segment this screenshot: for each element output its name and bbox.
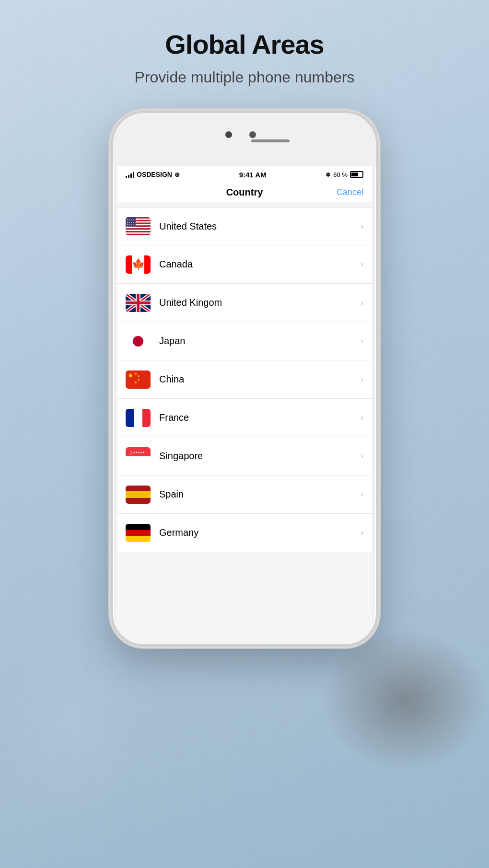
screen: OSDESIGN ⊛ 9:41 AM ✱ 60 % Country [117, 166, 372, 644]
status-bar: OSDESIGN ⊛ 9:41 AM ✱ 60 % [117, 166, 372, 183]
front-camera-icon [225, 131, 232, 138]
phone-top [113, 113, 376, 166]
svg-point-33 [133, 336, 143, 347]
chevron-right-icon: › [361, 298, 363, 308]
status-left: OSDESIGN ⊛ [126, 171, 180, 178]
battery-percent-label: 60 % [333, 171, 348, 178]
svg-rect-21 [144, 255, 151, 274]
chevron-right-icon: › [361, 259, 363, 269]
flag-sg-icon: ☽ ★★★★★ [126, 447, 151, 465]
flag-ca-icon: 🍁 [126, 255, 151, 274]
country-list: ★★★★★★ ★★★★★ ★★★★★★ ★★★★★ United States … [117, 202, 372, 644]
svg-text:★: ★ [137, 378, 140, 382]
country-name: Japan [159, 336, 361, 347]
chevron-right-icon: › [361, 413, 363, 423]
country-name: France [159, 412, 361, 423]
svg-rect-49 [126, 490, 151, 491]
list-item[interactable]: Germany › [117, 514, 372, 552]
country-name: United States [159, 221, 361, 232]
svg-rect-53 [126, 524, 151, 530]
svg-rect-13 [126, 234, 151, 235]
svg-rect-42 [126, 409, 134, 427]
wifi-icon: ⊛ [175, 171, 180, 178]
flag-cn-icon: ★ ★ ★ ★ ★ [126, 370, 151, 389]
chevron-right-icon: › [361, 336, 363, 346]
flag-fr-icon [126, 409, 151, 427]
svg-text:🍁: 🍁 [132, 258, 145, 271]
flag-jp-icon [126, 332, 151, 350]
country-name: Germany [159, 527, 361, 538]
country-name: Canada [159, 259, 361, 270]
country-name: Singapore [159, 451, 361, 462]
flag-es-icon [126, 486, 151, 504]
svg-text:☽: ☽ [128, 450, 133, 456]
svg-text:★★★★★: ★★★★★ [133, 451, 145, 454]
list-item[interactable]: Spain › [117, 475, 372, 514]
battery-icon [350, 171, 363, 178]
page-subtitle: Provide multiple phone numbers [135, 69, 355, 86]
svg-text:★: ★ [137, 374, 140, 378]
chevron-right-icon: › [361, 221, 363, 231]
list-item[interactable]: France › [117, 399, 372, 437]
list-item[interactable]: Japan › [117, 322, 372, 360]
chevron-right-icon: › [361, 374, 363, 384]
list-item[interactable]: United Kingom › [117, 284, 372, 322]
phone-mockup: OSDESIGN ⊛ 9:41 AM ✱ 60 % Country [110, 110, 379, 647]
speaker-icon [251, 139, 290, 142]
country-name: United Kingom [159, 297, 361, 308]
svg-rect-20 [126, 255, 132, 274]
nav-title: Country [226, 187, 263, 198]
bluetooth-icon: ✱ [326, 171, 331, 178]
svg-rect-10 [126, 230, 151, 231]
flag-de-icon [126, 524, 151, 542]
list-item[interactable]: ★ ★ ★ ★ ★ China › [117, 360, 372, 399]
list-item[interactable]: ★★★★★★ ★★★★★ ★★★★★★ ★★★★★ United States … [117, 207, 372, 245]
chevron-right-icon: › [361, 528, 363, 538]
page-title: Global Areas [165, 29, 324, 60]
chevron-right-icon: › [361, 489, 363, 499]
svg-rect-12 [126, 232, 151, 234]
svg-text:★: ★ [128, 371, 134, 379]
svg-rect-50 [126, 498, 151, 499]
country-name: Spain [159, 489, 361, 500]
carrier-label: OSDESIGN [137, 171, 172, 178]
country-name: China [159, 374, 361, 385]
svg-rect-31 [126, 301, 151, 304]
svg-rect-11 [126, 231, 151, 232]
list-item[interactable]: 🍁 Canada › [117, 245, 372, 284]
list-item[interactable]: ☽ ★★★★★ Singapore › [117, 437, 372, 475]
svg-text:★: ★ [134, 381, 137, 384]
signal-icon [126, 171, 134, 178]
svg-text:★★★★★: ★★★★★ [127, 225, 136, 227]
cancel-button[interactable]: Cancel [337, 187, 363, 197]
svg-rect-9 [126, 228, 151, 230]
flag-us-icon: ★★★★★★ ★★★★★ ★★★★★★ ★★★★★ [126, 217, 151, 235]
status-right: ✱ 60 % [326, 171, 363, 178]
chevron-right-icon: › [361, 451, 363, 461]
phone-frame: OSDESIGN ⊛ 9:41 AM ✱ 60 % Country [110, 110, 379, 647]
camera-dot-icon [249, 131, 256, 138]
status-time: 9:41 AM [239, 171, 267, 179]
flag-gb-icon [126, 294, 151, 312]
nav-bar: Country Cancel [117, 183, 372, 202]
